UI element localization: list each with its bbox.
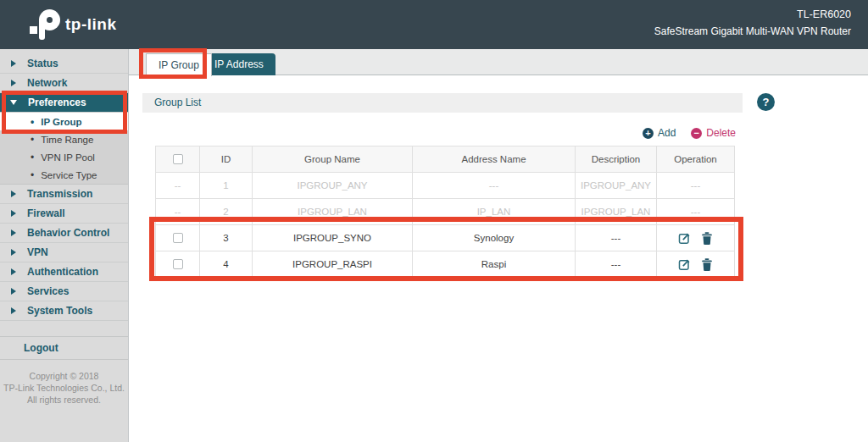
group-list-table: ID Group Name Address Name Description O… <box>155 146 735 278</box>
cell-group-name: IPGROUP_SYNO <box>253 225 413 251</box>
row-checkbox[interactable] <box>173 233 183 243</box>
chevron-right-icon <box>11 229 16 236</box>
sidebar-subitem-time-range[interactable]: • Time Range <box>0 130 128 148</box>
delete-icon: − <box>691 128 702 139</box>
row-select-placeholder: -- <box>156 199 200 225</box>
logout-button[interactable]: Logout <box>0 336 128 360</box>
edit-icon[interactable] <box>678 232 691 245</box>
table-row: 3 IPGROUP_SYNO Synology --- <box>156 225 735 251</box>
app-header: tp-link TL-ER6020 SafeStream Gigabit Mul… <box>0 0 868 49</box>
add-label: Add <box>658 127 676 139</box>
cell-description: IPGROUP_ANY <box>576 173 657 199</box>
table-header-row: ID Group Name Address Name Description O… <box>156 146 735 173</box>
row-select-cell <box>156 225 200 251</box>
sidebar-item-firewall[interactable]: Firewall <box>0 204 128 224</box>
table-row: -- 1 IPGROUP_ANY --- IPGROUP_ANY --- <box>156 173 735 199</box>
logout-label: Logout <box>24 342 58 354</box>
sidebar-item-label: Preferences <box>28 97 86 108</box>
sidebar-subitem-label: Service Type <box>41 170 97 180</box>
copyright-line: TP-Link Technologies Co., Ltd. <box>0 382 128 394</box>
tab-ip-address[interactable]: IP Address <box>203 53 275 76</box>
sidebar-subitem-vpn-ip-pool[interactable]: • VPN IP Pool <box>0 148 128 166</box>
bullet-icon: • <box>31 135 34 145</box>
chevron-right-icon <box>11 307 16 314</box>
table-row: 4 IPGROUP_RASPI Raspi --- <box>156 251 735 278</box>
cell-group-name: IPGROUP_RASPI <box>253 251 413 278</box>
sidebar-subitem-label: IP Group <box>41 117 81 127</box>
sidebar-item-label: Network <box>27 77 67 89</box>
sidebar-item-preferences[interactable]: Preferences <box>0 93 128 113</box>
cell-operation <box>657 225 735 251</box>
select-all-cell <box>156 146 200 173</box>
delete-label: Delete <box>706 127 736 139</box>
sidebar-item-authentication[interactable]: Authentication <box>0 262 128 282</box>
bullet-icon: • <box>31 117 34 127</box>
cell-address-name: Raspi <box>413 251 576 278</box>
main-content: Group List ? + Add − Delete ID Group Nam… <box>129 75 868 442</box>
row-select-placeholder: -- <box>156 173 200 199</box>
cell-id: 4 <box>200 251 253 278</box>
chevron-right-icon <box>11 80 16 86</box>
sidebar-item-network[interactable]: Network <box>0 74 128 93</box>
sidebar-subitem-service-type[interactable]: • Service Type <box>0 166 128 184</box>
add-button[interactable]: + Add <box>643 127 676 139</box>
cell-description: --- <box>576 251 657 278</box>
sidebar-item-vpn[interactable]: VPN <box>0 243 128 262</box>
copyright-notice: Copyright © 2018 TP-Link Technologies Co… <box>0 370 128 406</box>
group-list-header: Group List <box>142 93 743 113</box>
sidebar-item-system-tools[interactable]: System Tools <box>0 301 128 321</box>
sidebar-item-transmission[interactable]: Transmission <box>0 185 128 204</box>
sidebar-item-services[interactable]: Services <box>0 282 128 301</box>
sidebar-subitem-label: Time Range <box>41 135 93 145</box>
row-checkbox[interactable] <box>173 259 183 269</box>
chevron-right-icon <box>11 210 16 217</box>
cell-operation: --- <box>657 173 735 199</box>
select-all-checkbox[interactable] <box>173 154 183 164</box>
add-icon: + <box>643 128 654 139</box>
tp-link-logo: tp-link <box>29 8 147 41</box>
chevron-right-icon <box>11 288 16 295</box>
sidebar-item-label: Status <box>27 58 58 69</box>
tab-ip-group[interactable]: IP Group <box>146 53 212 76</box>
cell-address-name: IP_LAN <box>413 199 576 225</box>
device-tagline: SafeStream Gigabit Multi-WAN VPN Router <box>654 25 851 37</box>
help-icon[interactable]: ? <box>757 93 775 111</box>
cell-id: 3 <box>200 225 253 251</box>
chevron-right-icon <box>11 191 16 197</box>
chevron-right-icon <box>11 268 16 275</box>
tab-bar: IP Group IP Address <box>129 49 868 75</box>
table-row: -- 2 IPGROUP_LAN IP_LAN IPGROUP_LAN --- <box>156 199 735 225</box>
column-header-address-name: Address Name <box>413 146 576 173</box>
cell-operation: --- <box>657 199 735 225</box>
chevron-down-icon <box>10 100 17 105</box>
sidebar-item-label: Services <box>27 285 69 297</box>
cell-address-name: Synology <box>413 225 576 251</box>
bullet-icon: • <box>31 170 34 180</box>
cell-id: 1 <box>200 173 253 199</box>
cell-group-name: IPGROUP_ANY <box>253 173 413 199</box>
cell-description: --- <box>576 225 657 251</box>
cell-description: IPGROUP_LAN <box>576 199 657 225</box>
preferences-submenu: • IP Group • Time Range • VPN IP Pool • … <box>0 113 128 185</box>
sidebar-nav: Status Network Preferences • IP Group • … <box>0 49 129 442</box>
copyright-line: Copyright © 2018 <box>0 370 128 382</box>
sidebar-item-behavior-control[interactable]: Behavior Control <box>0 224 128 243</box>
sidebar-item-label: Behavior Control <box>27 227 109 239</box>
tp-link-logo-icon <box>29 8 61 41</box>
chevron-right-icon <box>11 249 16 256</box>
sidebar-item-label: Firewall <box>27 207 65 219</box>
copyright-line: All rights reserved. <box>0 394 128 406</box>
edit-icon[interactable] <box>678 258 691 271</box>
sidebar-item-label: Authentication <box>27 266 98 278</box>
sidebar-item-label: System Tools <box>27 305 92 317</box>
sidebar-subitem-ip-group[interactable]: • IP Group <box>0 113 128 130</box>
column-header-description: Description <box>576 146 657 173</box>
cell-group-name: IPGROUP_LAN <box>253 199 413 225</box>
row-select-cell <box>156 251 200 278</box>
cell-id: 2 <box>200 199 253 225</box>
list-toolbar: + Add − Delete <box>142 126 736 140</box>
sidebar-item-status[interactable]: Status <box>0 54 128 74</box>
delete-button[interactable]: − Delete <box>691 127 736 139</box>
trash-icon[interactable] <box>701 258 713 271</box>
trash-icon[interactable] <box>701 232 713 245</box>
